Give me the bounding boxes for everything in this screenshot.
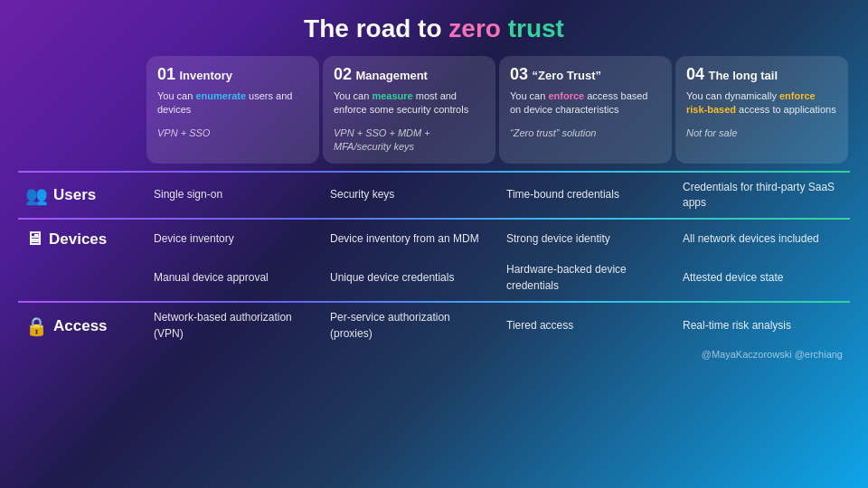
devices-r2-col4: Attested device state <box>674 257 850 299</box>
header-sub-4: Not for sale <box>686 127 837 140</box>
header-row: 01 Inventory You can enumerate users and… <box>18 54 850 165</box>
users-col3: Time-bound credentials <box>497 174 674 217</box>
header-sub-2: VPN + SSO + MDM + MFA/security keys <box>334 127 485 155</box>
header-num-4: 04 The long tail <box>686 65 837 84</box>
main-grid: 01 Inventory You can enumerate users and… <box>18 54 850 474</box>
header-col-2: 02 Management You can measure most and e… <box>323 56 495 164</box>
devices-r2-col1: Manual device approval <box>145 257 321 299</box>
title-prefix: The road to <box>304 14 448 42</box>
header-sub-3: “Zero trust” solution <box>510 127 661 140</box>
devices-r2-col2: Unique device credentials <box>321 257 497 299</box>
access-text: Access <box>53 317 108 335</box>
devices-row2-empty <box>18 257 145 299</box>
header-col-1: 01 Inventory You can enumerate users and… <box>146 56 319 164</box>
access-label: 🔒 Access <box>18 305 145 347</box>
title-trust: trust <box>508 14 564 42</box>
users-divider <box>18 171 850 173</box>
devices-icon: 🖥 <box>25 229 43 249</box>
header-col-3: 03 “Zero Trust” You can enforce access b… <box>499 56 672 164</box>
devices-label: 🖥 Devices <box>18 221 145 257</box>
attribution: @MayaKaczorowski @erchiang <box>18 347 850 360</box>
devices-row-2: Manual device approval Unique device cre… <box>18 257 850 299</box>
access-col2: Per-service authorization (proxies) <box>321 305 497 347</box>
access-col3: Tiered access <box>497 305 674 347</box>
page-container: The road to zero trust 01 Inventory You … <box>0 0 868 488</box>
users-row: 👥 Users Single sign-on Security keys Tim… <box>18 174 850 217</box>
devices-r1-col1: Device inventory <box>145 221 321 257</box>
users-col1: Single sign-on <box>145 174 321 217</box>
header-desc-4: You can dynamically enforce risk-based a… <box>686 89 837 117</box>
devices-divider <box>18 218 850 220</box>
users-col4: Credentials for third-party SaaS apps <box>674 174 850 217</box>
empty-header-cell <box>18 54 145 165</box>
devices-text: Devices <box>49 230 107 249</box>
users-text: Users <box>53 186 96 204</box>
header-col-4: 04 The long tail You can dynamically enf… <box>675 56 848 164</box>
devices-r1-col3: Strong device identity <box>497 221 674 257</box>
header-desc-1: You can enumerate users and devices <box>157 89 308 117</box>
header-num-2: 02 Management <box>334 65 485 84</box>
access-row: 🔒 Access Network-based authorization (VP… <box>18 305 850 347</box>
access-col4: Real-time risk analysis <box>674 305 850 347</box>
header-num-1: 01 Inventory <box>157 65 308 84</box>
header-sub-1: VPN + SSO <box>157 127 308 140</box>
users-label: 👥 Users <box>18 174 145 217</box>
users-icon: 👥 <box>25 184 48 206</box>
header-desc-3: You can enforce access based on device c… <box>510 89 661 117</box>
header-desc-2: You can measure most and enforce some se… <box>334 89 485 117</box>
header-num-3: 03 “Zero Trust” <box>510 65 661 84</box>
devices-r1-col2: Device inventory from an MDM <box>321 221 497 257</box>
devices-r1-col4: All network devices included <box>674 221 850 257</box>
devices-row-1: 🖥 Devices Device inventory Device invent… <box>18 221 850 257</box>
access-divider <box>18 301 850 303</box>
access-col1: Network-based authorization (VPN) <box>145 305 321 347</box>
title-zero: zero <box>448 14 501 42</box>
page-title: The road to zero trust <box>18 14 850 43</box>
access-icon: 🔒 <box>25 315 48 337</box>
devices-r2-col3: Hardware-backed device credentials <box>497 257 674 299</box>
users-col2: Security keys <box>321 174 497 217</box>
